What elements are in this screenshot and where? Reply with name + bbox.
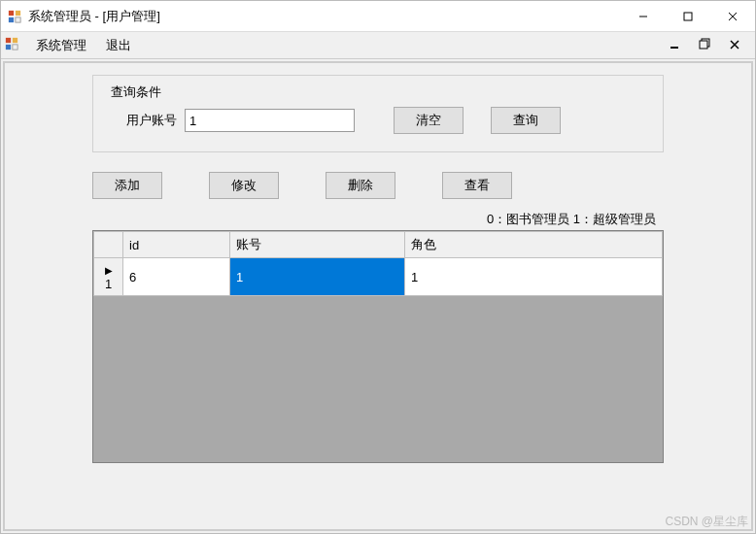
query-group-title: 查询条件 [107,83,649,101]
query-row: 用户账号 清空 查询 [107,107,649,134]
datagrid[interactable]: id 账号 角色 ▶ 1 6 1 1 [92,230,664,463]
maximize-button[interactable] [666,1,710,31]
account-input[interactable] [185,109,355,132]
col-role-header[interactable]: 角色 [405,232,663,258]
row-number: 1 [105,277,112,291]
svg-rect-2 [9,17,14,21]
mdi-restore-icon[interactable] [695,36,714,54]
svg-rect-8 [6,38,11,43]
svg-rect-3 [16,17,20,21]
svg-rect-11 [13,45,17,50]
window-controls [621,1,755,31]
query-groupbox: 查询条件 用户账号 清空 查询 [92,75,664,152]
header-row: id 账号 角色 [94,232,663,258]
col-account-header[interactable]: 账号 [230,232,405,258]
delete-button[interactable]: 删除 [326,172,395,199]
svg-rect-0 [9,10,14,15]
account-label: 用户账号 [126,112,177,129]
menubar: 系统管理 退出 [1,32,755,59]
cell-role[interactable]: 1 [405,258,663,296]
svg-rect-1 [16,10,20,15]
add-button[interactable]: 添加 [92,172,162,199]
titlebar: 系统管理员 - [用户管理] [1,1,755,32]
mdi-minimize-icon[interactable] [666,36,683,54]
svg-rect-14 [700,41,707,49]
clear-button[interactable]: 清空 [394,107,464,134]
menu-exit[interactable]: 退出 [96,33,141,58]
client-area: 查询条件 用户账号 清空 查询 添加 修改 删除 查看 0：图书管理员 1：超级… [3,61,753,531]
mdi-close-icon[interactable] [726,36,743,54]
close-button[interactable] [710,1,755,31]
app-icon [7,9,22,24]
rowheader-corner [94,232,123,258]
grid-empty-area [93,296,663,463]
cell-account[interactable]: 1 [230,258,405,296]
search-button[interactable]: 查询 [491,107,561,134]
view-button[interactable]: 查看 [442,172,512,199]
mdi-controls [666,36,751,54]
edit-button[interactable]: 修改 [209,172,279,199]
col-id-header[interactable]: id [123,232,230,258]
menubar-app-icon [5,37,18,53]
main-window: 系统管理员 - [用户管理] 系统管理 退出 [0,0,756,534]
role-legend: 0：图书管理员 1：超级管理员 [92,211,664,228]
svg-rect-5 [684,13,692,20]
row-indicator-cell: ▶ 1 [94,258,123,296]
window-title: 系统管理员 - [用户管理] [28,8,621,25]
row-indicator-icon: ▶ [105,265,113,276]
crud-row: 添加 修改 删除 查看 [92,172,664,199]
minimize-button[interactable] [621,1,666,31]
svg-rect-9 [13,38,17,43]
table-row[interactable]: ▶ 1 6 1 1 [94,258,663,296]
cell-id[interactable]: 6 [123,258,230,296]
svg-rect-10 [6,45,11,50]
menu-system-manage[interactable]: 系统管理 [26,33,96,58]
